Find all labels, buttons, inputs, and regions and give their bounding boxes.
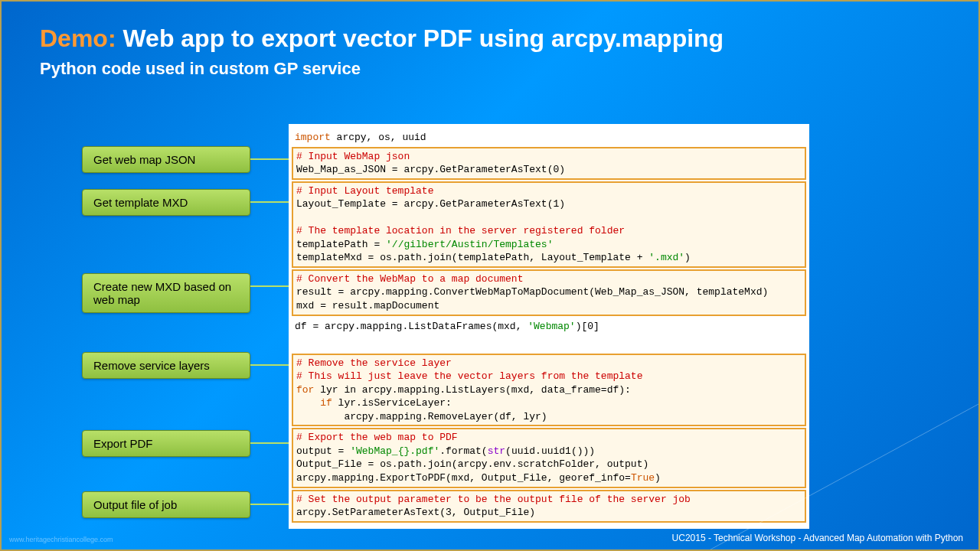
connector-3 (250, 364, 289, 366)
watermark: www.heritagechristiancollege.com (9, 536, 113, 543)
code-block-4: # Remove the service layer # This will j… (292, 354, 806, 427)
label-box-3: Remove service layers (82, 352, 250, 379)
connector-4 (250, 442, 289, 444)
connector-5 (250, 504, 289, 505)
code-import: import arcpy, os, uuid (289, 129, 809, 147)
slide-footer: UC2015 - Technical Workshop - Advanced M… (672, 533, 963, 543)
code-block-5: # Export the web map to PDF output = 'We… (292, 428, 806, 487)
title-main: Web app to export vector PDF using arcpy… (122, 24, 724, 52)
connector-2 (250, 285, 289, 287)
code-panel: import arcpy, os, uuid # Input WebMap js… (289, 124, 809, 529)
code-block-1: # Input WebMap json Web_Map_as_JSON = ar… (292, 147, 806, 180)
slide-subtitle: Python code used in custom GP service (40, 59, 940, 79)
connector-0 (250, 158, 289, 160)
connector-1 (250, 201, 289, 203)
slide-title: Demo: Web app to export vector PDF using… (40, 24, 940, 53)
label-box-2: Create new MXD based on web map (82, 273, 250, 313)
code-block-2: # Input Layout template Layout_Template … (292, 181, 806, 268)
label-box-1: Get template MXD (82, 189, 250, 216)
title-prefix: Demo: (40, 24, 122, 52)
code-block-3: # Convert the WebMap to a map document r… (292, 269, 806, 316)
label-box-4: Export PDF (82, 430, 250, 457)
label-box-0: Get web map JSON (82, 146, 250, 173)
code-block-6: # Set the output parameter to be the out… (292, 490, 806, 523)
code-line-df: df = arcpy.mapping.ListDataFrames(mxd, '… (289, 318, 809, 336)
label-box-5: Output file of job (82, 491, 250, 518)
slide-header: Demo: Web app to export vector PDF using… (2, 2, 978, 86)
